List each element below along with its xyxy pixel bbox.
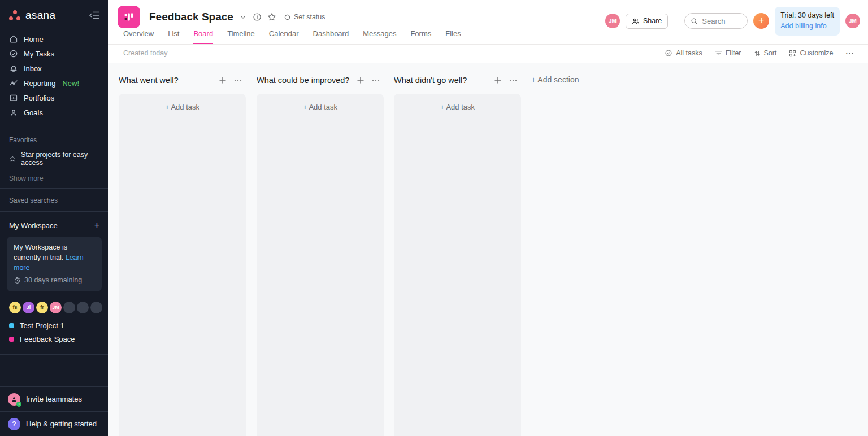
sidebar-item-home[interactable]: Home (0, 32, 108, 46)
search-input[interactable] (702, 17, 741, 25)
page-title[interactable]: Feedback Space (149, 11, 233, 23)
member-avatar[interactable]: fr (36, 302, 48, 313)
board-column-what-could-be-improved: What could be improved? + Add task (257, 74, 384, 436)
portfolio-icon (9, 93, 18, 102)
column-title[interactable]: What didn't go well? (394, 76, 487, 85)
invite-teammates-button[interactable]: + Invite teammates (0, 386, 108, 411)
chevron-down-icon[interactable] (239, 13, 247, 21)
column-drop-zone: + Add task (257, 94, 384, 436)
favorites-label: Favorites (9, 136, 99, 144)
share-button[interactable]: Share (626, 14, 668, 29)
sidebar: asana Home My Tasks Inbox (0, 0, 108, 436)
all-tasks-filter[interactable]: All tasks (665, 49, 702, 57)
sidebar-item-label: Portfolios (24, 94, 54, 102)
filter-button[interactable]: Filter (715, 49, 741, 57)
column-more-icon[interactable] (233, 76, 242, 84)
share-label: Share (643, 17, 662, 25)
star-icon[interactable] (267, 12, 276, 21)
member-avatar-placeholder (77, 302, 89, 313)
info-icon[interactable] (253, 12, 262, 21)
sidebar-item-reporting[interactable]: Reporting New! (0, 76, 108, 90)
customize-grid-icon (789, 50, 796, 57)
people-icon (632, 18, 640, 25)
column-more-icon[interactable] (371, 76, 380, 84)
board-column-what-didnt-go-well: What didn't go well? + Add task (394, 74, 521, 436)
sidebar-item-my-tasks[interactable]: My Tasks (0, 46, 108, 61)
search-box[interactable] (684, 13, 748, 29)
trial-badge: Trial: 30 days left Add billing info (775, 7, 840, 36)
status-circle-icon (284, 14, 290, 20)
divider (0, 211, 108, 212)
tab-list[interactable]: List (168, 29, 179, 44)
sidebar-item-inbox[interactable]: Inbox (0, 61, 108, 76)
add-section-button[interactable]: + Add section (531, 75, 579, 84)
add-task-button[interactable]: + Add task (165, 103, 199, 111)
add-task-icon[interactable] (219, 76, 227, 84)
asana-logo[interactable]: asana (9, 9, 55, 21)
sidebar-item-label: Reporting (24, 79, 55, 88)
project-header: Feedback Space Set status Overview List (108, 0, 868, 45)
add-project-button[interactable]: + (94, 221, 99, 230)
sort-button[interactable]: Sort (754, 49, 777, 57)
add-task-icon[interactable] (494, 76, 502, 84)
sidebar-project-test-project-1[interactable]: Test Project 1 (0, 319, 108, 333)
tab-board[interactable]: Board (193, 29, 213, 44)
column-drop-zone: + Add task (119, 94, 246, 436)
tab-files[interactable]: Files (445, 29, 461, 44)
workspace-name[interactable]: My Workspace (9, 221, 58, 230)
trial-notice-text: My Workspace is currently in trial. (14, 243, 67, 261)
project-board-icon[interactable] (118, 6, 140, 28)
add-task-button[interactable]: + Add task (303, 103, 337, 111)
workspace-row: My Workspace + (0, 217, 108, 231)
help-button[interactable]: ? Help & getting started (0, 411, 108, 436)
trial-days-left: Trial: 30 days left (780, 10, 834, 21)
tab-overview[interactable]: Overview (123, 29, 154, 44)
tab-dashboard[interactable]: Dashboard (313, 29, 349, 44)
member-avatar[interactable]: JM (50, 302, 62, 313)
add-task-button[interactable]: + Add task (440, 103, 475, 111)
tab-messages[interactable]: Messages (363, 29, 396, 44)
check-circle-icon (9, 49, 18, 58)
member-avatar-placeholder (90, 302, 102, 313)
sidebar-item-portfolios[interactable]: Portfolios (0, 90, 108, 105)
invite-teammates-icon: + (8, 393, 20, 406)
check-circle-icon (665, 49, 672, 57)
project-color-dot (9, 337, 14, 342)
user-avatar[interactable]: JM (845, 14, 860, 28)
help-label: Help & getting started (26, 420, 97, 428)
home-icon (9, 34, 18, 43)
sidebar-project-feedback-space[interactable]: Feedback Space (0, 333, 108, 346)
set-status-button[interactable]: Set status (284, 13, 326, 21)
asana-logo-icon (9, 10, 21, 20)
plus-badge-icon: + (16, 402, 21, 407)
search-icon (691, 18, 698, 25)
trial-notice-card: My Workspace is currently in trial. Lear… (7, 237, 102, 291)
column-title[interactable]: What could be improved? (257, 76, 350, 85)
sidebar-item-goals[interactable]: Goals (0, 105, 108, 120)
more-options-button[interactable]: ··· (846, 49, 855, 57)
member-avatar[interactable]: fs (9, 302, 21, 313)
board-view: What went well? + Add task What could be… (108, 63, 868, 436)
user-avatar[interactable]: JM (605, 14, 620, 28)
stopwatch-icon (14, 277, 21, 284)
customize-button[interactable]: Customize (789, 49, 833, 57)
create-button[interactable]: + (753, 13, 769, 29)
column-title[interactable]: What went well? (119, 76, 212, 85)
project-list: Test Project 1 Feedback Space (0, 316, 108, 351)
member-avatar[interactable]: Ji (23, 302, 34, 313)
main-area: Feedback Space Set status Overview List (108, 0, 868, 436)
tab-forms[interactable]: Forms (410, 29, 431, 44)
tab-timeline[interactable]: Timeline (227, 29, 255, 44)
sidebar-item-label: Inbox (24, 64, 42, 73)
project-tabs: Overview List Board Timeline Calendar Da… (123, 29, 461, 44)
sidebar-item-label: Goals (24, 108, 43, 117)
tab-calendar[interactable]: Calendar (269, 29, 299, 44)
collapse-sidebar-icon[interactable] (89, 11, 99, 19)
column-more-icon[interactable] (509, 76, 518, 84)
add-billing-info-link[interactable]: Add billing info (780, 21, 834, 32)
sort-status-label: Created today (123, 49, 168, 57)
add-task-icon[interactable] (357, 76, 364, 84)
divider (0, 188, 108, 189)
show-more-link[interactable]: Show more (9, 175, 99, 182)
sidebar-nav: Home My Tasks Inbox Reporting New! Portf… (0, 30, 108, 122)
